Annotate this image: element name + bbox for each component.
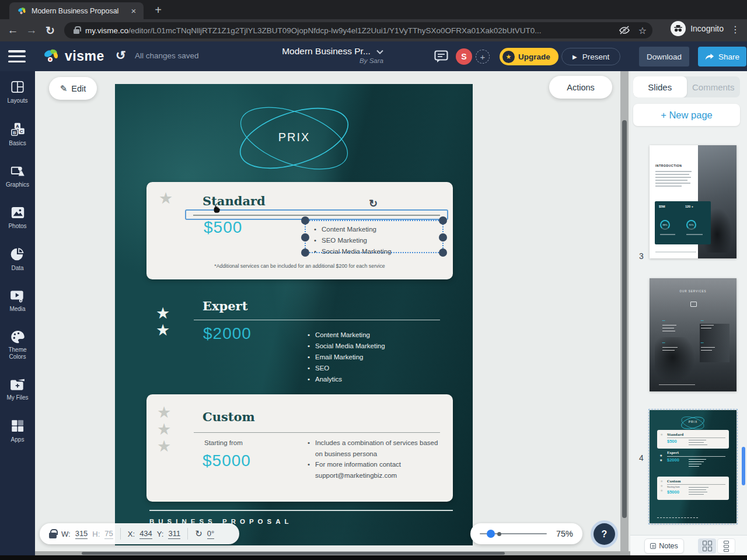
lock-ratio-icon[interactable] (49, 533, 57, 538)
feature-item[interactable]: For more information contact support@mar… (308, 459, 441, 481)
resize-handle[interactable] (301, 216, 309, 225)
slide-title[interactable]: PRIX (233, 131, 355, 144)
resize-handle[interactable] (301, 233, 309, 242)
undo-icon[interactable]: ↺ (116, 48, 126, 62)
feature-item[interactable]: SEO Marketing (314, 235, 442, 246)
visme-logo[interactable]: visme (43, 47, 104, 65)
footer-line[interactable] (149, 510, 453, 511)
sidebar-item-photos[interactable]: Photos (0, 205, 35, 230)
divider-line[interactable] (194, 432, 440, 433)
width-value[interactable]: 315 (75, 529, 88, 539)
plan-name-custom[interactable]: Custom (203, 410, 255, 424)
notes-button[interactable]: Notes (644, 538, 684, 554)
add-collaborator-button[interactable]: + (476, 50, 490, 64)
sidebar-item-media[interactable]: Media (0, 289, 35, 313)
edit-button[interactable]: ✎ Edit (49, 77, 97, 100)
feature-list-custom[interactable]: Includes a combination of services based… (308, 438, 441, 481)
back-icon[interactable]: ← (4, 24, 22, 37)
canvas-vertical-scrollbar-thumb[interactable] (622, 120, 627, 518)
resize-handle[interactable] (301, 249, 309, 257)
slide-thumbnail-3[interactable]: INTRODUCTION $5M 120 + 88% 91% (650, 145, 736, 258)
hamburger-menu-icon[interactable] (8, 50, 26, 62)
browser-menu-icon[interactable]: ⋮ (731, 24, 740, 35)
download-button[interactable]: Download (639, 47, 689, 66)
rotate-handle-icon[interactable]: ↻ (369, 197, 378, 210)
help-button[interactable]: ? (594, 523, 615, 545)
upgrade-button[interactable]: ★ Upgrade (500, 48, 558, 65)
price-prefix[interactable]: Starting from (204, 439, 243, 446)
eye-off-icon[interactable] (619, 26, 630, 35)
canvas-horizontal-scrollbar-thumb[interactable] (82, 552, 505, 555)
new-page-button[interactable]: + New page (633, 104, 740, 126)
present-button[interactable]: ▶ Present (561, 48, 620, 65)
star-icon[interactable]: ★ (157, 405, 171, 421)
y-value[interactable]: 311 (168, 529, 180, 539)
feature-item[interactable]: Social Media Marketing (314, 246, 442, 257)
sidebar-item-theme-colors[interactable]: Theme Colors (0, 330, 35, 360)
feature-item[interactable]: Content Marketing (314, 224, 442, 235)
comments-icon[interactable] (434, 50, 448, 63)
plan-price-expert[interactable]: $2000 (203, 324, 252, 343)
bookmark-star-icon[interactable]: ☆ (638, 25, 647, 36)
star-icon[interactable]: ★ (157, 422, 171, 438)
tab-close-icon[interactable]: × (128, 6, 139, 16)
slide-number: 3 (639, 251, 644, 261)
plan-card-custom[interactable]: ★ ★ ★ Custom Starting from $5000 Include… (146, 394, 453, 502)
selected-divider-element[interactable] (185, 209, 448, 220)
sidebar-item-layouts[interactable]: Layouts (0, 79, 35, 104)
tab-slides[interactable]: Slides (633, 76, 687, 97)
zoom-slider-thumb[interactable] (487, 530, 495, 538)
feature-list-expert[interactable]: Content Marketing Social Media Marketing… (308, 330, 385, 385)
resize-handle[interactable] (439, 249, 447, 257)
new-tab-button[interactable]: + (151, 3, 166, 18)
canvas-area[interactable]: ✎ Edit Actions PRIX ★ Standard $500 *Add… (35, 71, 630, 555)
title-ellipses[interactable]: PRIX (233, 105, 355, 172)
feature-item[interactable]: Social Media Marketing (308, 341, 385, 352)
share-button[interactable]: Share (698, 47, 746, 66)
slide-page[interactable]: PRIX ★ Standard $500 *Additional service… (115, 84, 473, 545)
list-view-toggle[interactable] (717, 538, 735, 554)
resize-handle[interactable] (439, 216, 447, 225)
height-value[interactable]: 75 (104, 529, 113, 539)
star-icon[interactable]: ★ (159, 191, 173, 206)
sidebar-item-my-files[interactable]: My Files (0, 377, 35, 401)
divider-line[interactable] (194, 320, 440, 320)
star-icon[interactable]: ★ (156, 323, 170, 338)
browser-tab[interactable]: Modern Business Proposal × (9, 2, 144, 19)
star-icon[interactable]: ★ (156, 306, 170, 321)
canvas-vertical-scrollbar[interactable] (620, 71, 629, 551)
feature-item[interactable]: SEO (308, 363, 385, 374)
chevron-down-icon[interactable] (376, 50, 383, 54)
sidebar-item-apps[interactable]: Apps (0, 418, 35, 443)
selected-list-element[interactable]: Content Marketing SEO Marketing Social M… (305, 220, 444, 253)
panel-scrollbar-thumb[interactable] (742, 447, 745, 485)
grid-view-toggle[interactable] (698, 538, 716, 554)
tab-comments[interactable]: Comments (687, 76, 741, 97)
slide-thumbnail-4[interactable]: OUR SERVICES ▪▪▪ ▪▪▪ ▪▪▪ ▪▪▪ (650, 278, 736, 391)
plan-price-standard[interactable]: $500 (204, 218, 242, 237)
x-value[interactable]: 434 (139, 529, 152, 539)
plan-footnote[interactable]: *Additional services can be included for… (146, 263, 453, 269)
actions-button[interactable]: Actions (549, 76, 612, 99)
slide-thumbnail-5-current[interactable]: PRIX ★ Standard $500 ★ ★ Expert $2000 ★ … (650, 410, 736, 523)
feature-item[interactable]: Includes a combination of services based… (308, 438, 441, 459)
avatar[interactable]: S (456, 48, 472, 65)
rotation-value[interactable]: 0° (207, 529, 214, 539)
star-icon[interactable]: ★ (157, 439, 171, 454)
feature-item[interactable]: Content Marketing (308, 330, 385, 341)
canvas-horizontal-scrollbar[interactable] (35, 551, 630, 555)
document-title[interactable]: Modern Business Pr... (282, 46, 371, 57)
resize-handle[interactable] (439, 233, 447, 242)
sidebar-item-data[interactable]: Data (0, 247, 35, 272)
sidebar-item-basics[interactable]: A B C Basics (0, 121, 35, 147)
thumb-heading: OUR SERVICES (650, 290, 736, 293)
reload-icon[interactable]: ↻ (41, 24, 60, 37)
plan-price-custom[interactable]: $5000 (203, 452, 251, 470)
feature-item[interactable]: Email Marketing (308, 352, 385, 363)
zoom-slider[interactable] (480, 533, 547, 534)
plan-name-expert[interactable]: Expert (203, 299, 247, 313)
forward-icon[interactable]: → (22, 24, 41, 37)
url-bar[interactable]: my.visme.co/editor/L01mcTNqNlljRTZ1Z1g2T… (64, 22, 652, 38)
feature-item[interactable]: Analytics (308, 374, 385, 385)
sidebar-item-graphics[interactable]: Graphics (0, 164, 35, 188)
